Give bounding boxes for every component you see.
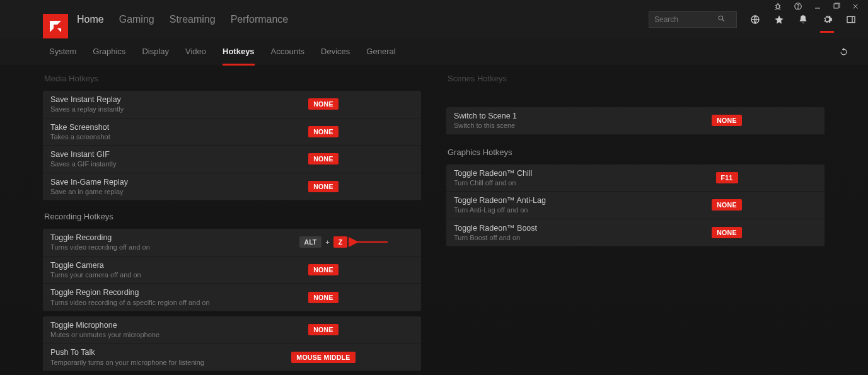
key-badge: MOUSE MIDDLE <box>291 352 355 363</box>
hotkey-value[interactable]: NONE <box>233 126 414 137</box>
hotkey-desc: Saves a GIF instantly <box>50 159 233 168</box>
maximize-icon[interactable] <box>833 3 840 12</box>
hotkey-title: Save Instant GIF <box>50 149 233 159</box>
hotkey-row[interactable]: Take ScreenshotTakes a screenshotNONE <box>43 118 421 146</box>
hotkey-value[interactable]: F11 <box>637 172 817 183</box>
key-badge: NONE <box>308 98 339 110</box>
hotkey-desc: Takes a screenshot <box>50 132 233 141</box>
nav-streaming[interactable]: Streaming <box>170 14 216 25</box>
hotkey-value[interactable]: NONE <box>233 324 414 335</box>
nav-gaming[interactable]: Gaming <box>119 14 154 25</box>
hotkey-desc: Turns video recording of a specific regi… <box>50 298 233 307</box>
globe-icon[interactable] <box>749 14 761 25</box>
hotkey-value[interactable]: ALT+Z <box>233 236 414 248</box>
hotkey-title: Push To Talk <box>50 347 233 357</box>
hotkey-row[interactable]: Save Instant ReplaySaves a replay instan… <box>43 91 421 118</box>
key-badge: F11 <box>716 172 738 183</box>
hotkey-desc: Switch to this scene <box>454 121 637 130</box>
hotkey-value[interactable]: NONE <box>233 181 414 192</box>
key-badge: NONE <box>712 227 742 238</box>
hotkey-row[interactable]: Toggle Radeon™ BoostTurn Boost off and o… <box>446 219 825 247</box>
hotkey-row[interactable]: Toggle Radeon™ Anti-LagTurn Anti-Lag off… <box>446 192 825 219</box>
hotkey-row[interactable]: Toggle MicrophoneMutes or unmutes your m… <box>43 316 421 344</box>
media-hotkeys-list: Save Instant ReplaySaves a replay instan… <box>43 91 421 200</box>
hotkey-value[interactable]: NONE <box>233 292 414 303</box>
hotkey-title: Save Instant Replay <box>50 95 233 105</box>
svg-rect-3 <box>834 4 838 8</box>
section-media-title: Media Hotkeys <box>44 74 421 83</box>
hotkey-desc: Turn Boost off and on <box>454 233 637 242</box>
sidebar-toggle-icon[interactable] <box>845 14 857 25</box>
amd-logo[interactable] <box>43 14 68 39</box>
nav-home[interactable]: Home <box>77 14 104 25</box>
hotkey-desc: Turns your camera off and on <box>50 270 233 279</box>
hotkey-title: Toggle Microphone <box>50 320 233 330</box>
key-badge: NONE <box>712 115 742 126</box>
search-input[interactable] <box>654 15 717 24</box>
main-nav: Home Gaming Streaming Performance <box>77 14 288 25</box>
tab-accounts[interactable]: Accounts <box>271 47 304 57</box>
graphics-hotkeys-list: Toggle Radeon™ ChillTurn Chill off and o… <box>446 164 825 247</box>
section-graphics-title: Graphics Hotkeys <box>448 147 825 157</box>
hotkey-desc: Mutes or unmutes your microphone <box>50 330 233 339</box>
tab-devices[interactable]: Devices <box>321 47 350 57</box>
hotkey-value[interactable]: NONE <box>637 115 817 126</box>
help-icon[interactable] <box>794 2 802 13</box>
hotkey-desc: Saves a replay instantly <box>50 105 233 113</box>
key-badge: NONE <box>308 181 339 192</box>
key-badge: NONE <box>308 292 339 303</box>
hotkey-row[interactable]: Toggle Radeon™ ChillTurn Chill off and o… <box>446 164 825 192</box>
hotkey-value[interactable]: MOUSE MIDDLE <box>233 352 414 363</box>
svg-point-4 <box>719 16 723 20</box>
tab-display[interactable]: Display <box>142 47 169 57</box>
hotkey-desc: Turn Anti-Lag off and on <box>454 205 637 214</box>
tab-system[interactable]: System <box>49 47 76 57</box>
hotkey-title: Toggle Region Recording <box>50 287 233 297</box>
svg-point-2 <box>798 8 799 8</box>
hotkey-title: Save In-Game Replay <box>50 177 233 187</box>
minimize-icon[interactable] <box>814 3 821 12</box>
close-icon[interactable] <box>852 3 859 12</box>
recording-hotkeys-list-b: Toggle MicrophoneMutes or unmutes your m… <box>43 316 421 371</box>
hotkey-row[interactable]: Toggle CameraTurns your camera off and o… <box>43 257 421 284</box>
key-badge: NONE <box>308 126 339 137</box>
tab-general[interactable]: General <box>366 47 395 57</box>
tab-graphics[interactable]: Graphics <box>93 47 125 57</box>
bug-icon[interactable] <box>773 2 782 13</box>
scenes-hotkeys-list: Switch to Scene 1Switch to this sceneNON… <box>446 107 825 135</box>
content-area: Media Hotkeys Save Instant ReplaySaves a… <box>0 65 868 375</box>
tab-hotkeys[interactable]: Hotkeys <box>223 47 255 57</box>
gear-icon[interactable] <box>821 14 833 25</box>
hotkey-row[interactable]: Toggle Region RecordingTurns video recor… <box>43 284 421 311</box>
hotkey-title: Toggle Recording <box>50 233 233 243</box>
hotkey-row[interactable]: Switch to Scene 1Switch to this sceneNON… <box>446 107 825 135</box>
reset-icon[interactable] <box>838 46 849 57</box>
hotkey-row[interactable]: Save In-Game ReplaySave an in game repla… <box>43 173 421 201</box>
hotkey-title: Toggle Radeon™ Boost <box>454 223 637 233</box>
hotkey-title: Toggle Radeon™ Anti-Lag <box>454 195 637 205</box>
svg-rect-0 <box>777 4 780 9</box>
key-separator: + <box>325 238 329 246</box>
hotkey-value[interactable]: NONE <box>233 98 414 110</box>
hotkey-desc: Turn Chill off and on <box>454 178 637 187</box>
settings-tabs: System Graphics Display Video Hotkeys Ac… <box>0 38 868 65</box>
hotkey-row[interactable]: Save Instant GIFSaves a GIF instantlyNON… <box>43 146 421 173</box>
hotkey-row[interactable]: Push To TalkTemporarily turns on your mi… <box>43 343 421 371</box>
search-box[interactable] <box>649 11 737 28</box>
nav-performance[interactable]: Performance <box>231 14 289 25</box>
right-column: Scenes Hotkeys Switch to Scene 1Switch t… <box>446 65 825 375</box>
hotkey-title: Switch to Scene 1 <box>454 111 637 121</box>
left-column: Media Hotkeys Save Instant ReplaySaves a… <box>43 65 421 375</box>
hotkey-value[interactable]: NONE <box>637 227 817 238</box>
hotkey-desc: Temporarily turns on your microphone for… <box>50 358 233 367</box>
search-icon[interactable] <box>717 14 726 25</box>
hotkey-value[interactable]: NONE <box>637 199 817 211</box>
hotkey-value[interactable]: NONE <box>233 153 414 164</box>
hotkey-desc: Save an in game replay <box>50 187 233 196</box>
hotkey-row[interactable]: Toggle RecordingTurns video recording of… <box>43 229 421 257</box>
bell-icon[interactable] <box>797 14 809 25</box>
star-icon[interactable] <box>773 14 785 25</box>
svg-rect-6 <box>847 16 855 22</box>
hotkey-value[interactable]: NONE <box>233 264 414 275</box>
tab-video[interactable]: Video <box>185 47 206 57</box>
